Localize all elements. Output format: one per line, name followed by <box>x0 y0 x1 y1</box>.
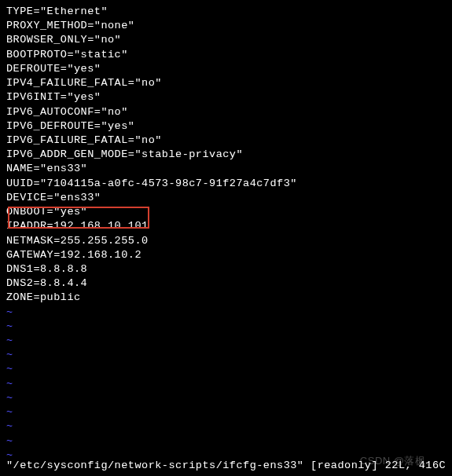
config-line: PROXY_METHOD="none" <box>6 19 446 33</box>
vi-tilde-line: ~ <box>6 391 446 405</box>
config-line: IPV6_ADDR_GEN_MODE="stable-privacy" <box>6 148 446 162</box>
vi-tilde-line: ~ <box>6 334 446 348</box>
config-line: DEVICE="ens33" <box>6 191 446 205</box>
vi-tilde-line: ~ <box>6 434 446 449</box>
vi-tilde-line: ~ <box>6 362 446 376</box>
config-line: IPV4_FAILURE_FATAL="no" <box>6 76 446 90</box>
vi-tilde-line: ~ <box>6 377 446 391</box>
config-line: IPV6_FAILURE_FATAL="no" <box>6 134 446 148</box>
config-line: IPV6_AUTOCONF="no" <box>6 105 446 119</box>
config-line: ZONE=public <box>6 291 446 305</box>
vi-tildes: ~~~~~~~~~~~ <box>6 306 446 463</box>
config-line: UUID="7104115a-a0fc-4573-98c7-91f27a4c7d… <box>6 177 446 191</box>
config-line: BROWSER_ONLY="no" <box>6 33 446 47</box>
vi-tilde-line: ~ <box>6 405 446 419</box>
vi-tilde-line: ~ <box>6 306 446 320</box>
config-line-ipaddr: IPADDR=192.168.10.101 <box>6 219 446 233</box>
config-line: BOOTPROTO="static" <box>6 48 446 62</box>
config-line: GATEWAY=192.168.10.2 <box>6 248 446 262</box>
config-line: IPV6_DEFROUTE="yes" <box>6 119 446 134</box>
config-line: DNS2=8.8.4.4 <box>6 276 446 291</box>
vi-tilde-line: ~ <box>6 348 446 362</box>
vi-status-line: "/etc/sysconfig/network-scripts/ifcfg-en… <box>6 459 446 473</box>
config-line: DNS1=8.8.8.8 <box>6 262 446 276</box>
config-line: ONBOOT="yes" <box>6 205 446 219</box>
vi-tilde-line: ~ <box>6 419 446 434</box>
config-line: TYPE="Ethernet" <box>6 5 446 19</box>
config-line: DEFROUTE="yes" <box>6 62 446 76</box>
terminal-output: TYPE="Ethernet" PROXY_METHOD="none" BROW… <box>6 5 446 463</box>
config-line: NAME="ens33" <box>6 162 446 176</box>
config-line: NETMASK=255.255.255.0 <box>6 234 446 248</box>
vi-tilde-line: ~ <box>6 320 446 334</box>
config-line: IPV6INIT="yes" <box>6 90 446 104</box>
